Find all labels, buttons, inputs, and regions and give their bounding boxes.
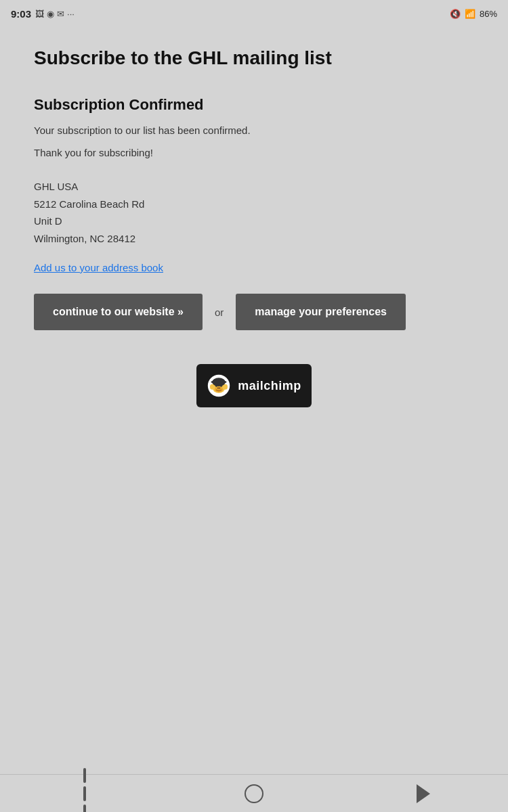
svg-point-7 xyxy=(210,384,214,390)
svg-point-12 xyxy=(217,388,218,388)
address-line3: Unit D xyxy=(34,212,474,230)
messenger-icon: ◉ xyxy=(47,9,54,19)
svg-point-11 xyxy=(217,387,221,390)
status-bar-right: 🔇 📶 86% xyxy=(450,9,497,19)
thank-you-text: Thank you for subscribing! xyxy=(34,145,474,161)
mailchimp-logo-icon xyxy=(207,374,231,398)
mailchimp-container: mailchimp xyxy=(34,364,474,407)
continue-button[interactable]: continue to our website » xyxy=(34,294,203,330)
wifi-icon: 📶 xyxy=(465,9,475,19)
status-time: 9:03 xyxy=(11,8,31,20)
mailchimp-text: mailchimp xyxy=(238,379,301,393)
more-icon: ··· xyxy=(67,9,75,19)
manage-preferences-button[interactable]: manage your preferences xyxy=(236,294,406,330)
svg-point-13 xyxy=(219,388,220,388)
email-icon: ✉ xyxy=(57,9,64,19)
subscription-card: Subscription Confirmed Your subscription… xyxy=(34,89,474,414)
address-book-link[interactable]: Add us to your address book xyxy=(34,262,163,273)
address-block: GHL USA 5212 Carolina Beach Rd Unit D Wi… xyxy=(34,178,474,247)
svg-point-10 xyxy=(211,380,227,384)
status-bar-left: 9:03 🖼 ◉ ✉ ··· xyxy=(11,8,75,20)
nav-back-button[interactable] xyxy=(403,780,444,807)
photo-icon: 🖼 xyxy=(35,9,44,19)
nav-menu-button[interactable] xyxy=(64,780,105,807)
address-line2: 5212 Carolina Beach Rd xyxy=(34,196,474,213)
subscription-heading: Subscription Confirmed xyxy=(34,96,474,114)
main-content: Subscribe to the GHL mailing list Subscr… xyxy=(0,27,508,774)
menu-lines-icon xyxy=(83,768,86,813)
status-bar: 9:03 🖼 ◉ ✉ ··· 🔇 📶 86% xyxy=(0,0,508,27)
mute-icon: 🔇 xyxy=(450,9,461,19)
address-line1: GHL USA xyxy=(34,178,474,196)
back-chevron-icon xyxy=(417,784,430,803)
nav-bar xyxy=(0,774,508,812)
button-row: continue to our website » or manage your… xyxy=(34,294,474,330)
subscription-confirmed-text: Your subscription to our list has been c… xyxy=(34,123,474,139)
address-line4: Wilmington, NC 28412 xyxy=(34,230,474,248)
page-title: Subscribe to the GHL mailing list xyxy=(34,47,474,69)
nav-home-button[interactable] xyxy=(234,780,274,807)
mailchimp-badge[interactable]: mailchimp xyxy=(196,364,312,407)
status-icons: 🖼 ◉ ✉ ··· xyxy=(35,9,75,19)
home-circle-icon xyxy=(245,784,263,803)
or-text: or xyxy=(215,307,224,318)
battery-level: 86% xyxy=(480,9,497,19)
svg-point-8 xyxy=(224,384,228,390)
